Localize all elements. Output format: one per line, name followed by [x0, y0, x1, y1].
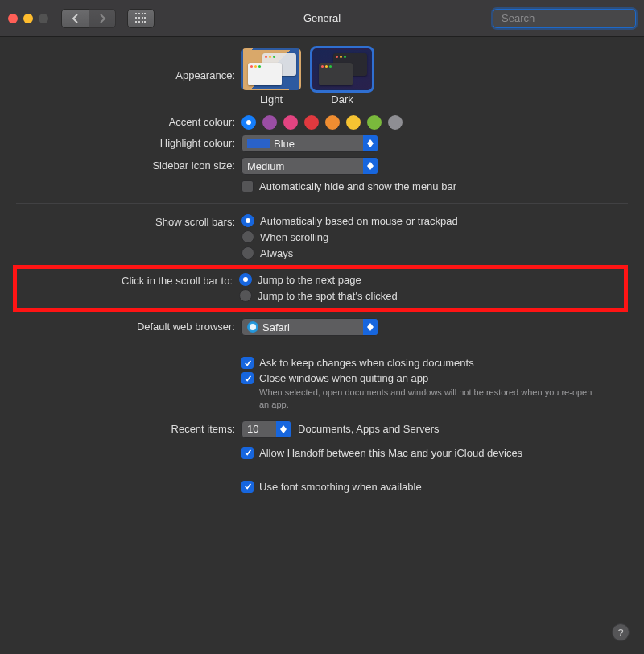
checkbox-icon [242, 180, 254, 192]
stepper-icon [363, 135, 378, 151]
recent-suffix: Documents, Apps and Servers [298, 423, 440, 435]
highlight-value: Blue [274, 138, 295, 150]
scroll-click-option[interactable]: Jump to the spot that's clicked [239, 288, 617, 303]
window-controls [8, 14, 48, 23]
font-smoothing-check[interactable]: Use font smoothing when available [242, 480, 628, 494]
browser-value: Safari [262, 321, 290, 333]
accent-swatch[interactable] [325, 115, 340, 130]
search-field[interactable] [493, 9, 636, 28]
scrollbars-label: Show scroll bars: [16, 213, 242, 260]
radio-icon [242, 246, 254, 259]
accent-swatch[interactable] [304, 115, 319, 130]
menubar-autohide-check[interactable]: Automatically hide and show the menu bar [242, 180, 628, 193]
menubar-autohide-label: Automatically hide and show the menu bar [259, 180, 456, 192]
appearance-label: Appearance: [16, 48, 242, 106]
safari-icon [247, 321, 258, 333]
minimize-icon[interactable] [23, 14, 33, 23]
accent-swatch[interactable] [367, 115, 382, 130]
accent-swatch[interactable] [346, 115, 361, 130]
scrollbars-option-label: Automatically based on mouse or trackpad [260, 215, 458, 227]
highlight-select[interactable]: Blue [242, 135, 378, 152]
highlight-label: Highlight colour: [16, 135, 242, 152]
accent-label: Accent colour: [16, 114, 242, 130]
radio-icon [239, 289, 252, 302]
scroll-click-option-label: Jump to the spot that's clicked [258, 290, 398, 302]
close-windows-check[interactable]: Close windows when quitting an app [242, 371, 628, 385]
help-button[interactable]: ? [612, 623, 630, 641]
sidebar-size-value: Medium [247, 160, 284, 172]
scroll-click-option[interactable]: Jump to the next page [239, 272, 617, 287]
checkbox-icon [242, 372, 254, 384]
highlight-swatch-icon [247, 139, 270, 148]
recent-value: 10 [247, 423, 258, 435]
highlight-annotation: Click in the scroll bar to: Jump to the … [13, 265, 628, 312]
scrollbars-option[interactable]: Automatically based on mouse or trackpad [242, 213, 628, 228]
accent-swatch[interactable] [262, 115, 277, 130]
handoff-label: Allow Handoff between this Mac and your … [259, 447, 522, 459]
scrollbars-option-label: Always [260, 247, 293, 259]
chevron-left-icon [72, 14, 79, 23]
nav-buttons [61, 9, 116, 28]
recent-select[interactable]: 10 [242, 420, 291, 438]
grid-icon [135, 13, 147, 24]
checkbox-icon [242, 447, 254, 459]
checkbox-icon [242, 481, 254, 493]
zoom-icon [39, 14, 48, 23]
checkbox-icon [242, 357, 254, 369]
show-all-button[interactable] [127, 9, 155, 28]
appearance-dark-label: Dark [331, 93, 353, 106]
handoff-check[interactable]: Allow Handoff between this Mac and your … [242, 446, 628, 460]
close-icon[interactable] [8, 14, 18, 23]
accent-swatch[interactable] [283, 115, 298, 130]
scrollbars-option-label: When scrolling [260, 231, 328, 243]
stepper-icon [276, 421, 291, 437]
accent-swatch[interactable] [388, 115, 402, 130]
search-input[interactable] [502, 12, 637, 24]
scrollbars-option[interactable]: When scrolling [242, 230, 628, 244]
titlebar: General [0, 0, 644, 37]
browser-select[interactable]: Safari [242, 318, 378, 336]
radio-icon [242, 214, 254, 227]
stepper-icon [363, 158, 378, 174]
back-button[interactable] [61, 9, 89, 28]
font-smoothing-label: Use font smoothing when available [259, 481, 422, 493]
scrollbars-option[interactable]: Always [242, 246, 628, 260]
appearance-option-light[interactable]: Light [242, 48, 301, 106]
accent-swatch[interactable] [242, 115, 256, 130]
stepper-icon [363, 319, 378, 335]
sidebar-size-label: Sidebar icon size: [16, 157, 242, 175]
appearance-light-label: Light [260, 93, 283, 106]
radio-icon [242, 230, 254, 243]
scroll-click-option-label: Jump to the next page [258, 274, 361, 286]
ask-keep-label: Ask to keep changes when closing documen… [259, 357, 474, 369]
chevron-right-icon [99, 14, 106, 23]
browser-label: Default web browser: [16, 318, 242, 336]
ask-keep-check[interactable]: Ask to keep changes when closing documen… [242, 356, 628, 370]
close-windows-hint: When selected, open documents and window… [242, 387, 596, 411]
close-windows-label: Close windows when quitting an app [259, 372, 428, 384]
appearance-option-dark[interactable]: Dark [312, 48, 372, 106]
recent-label: Recent items: [16, 420, 242, 438]
accent-swatches [242, 114, 628, 130]
radio-icon [239, 273, 252, 286]
sidebar-size-select[interactable]: Medium [242, 157, 378, 175]
forward-button[interactable] [89, 9, 116, 28]
scroll-click-label: Click in the scroll bar to: [23, 272, 239, 303]
